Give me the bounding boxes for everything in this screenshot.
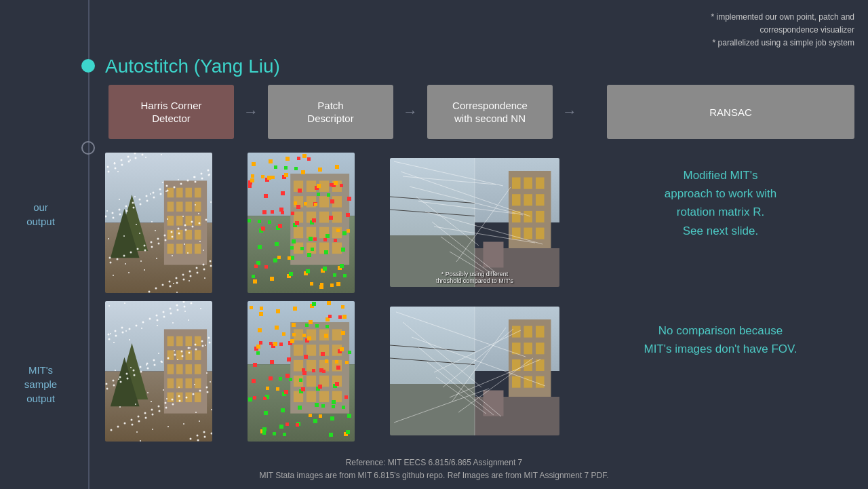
pipeline-harris-label: Harris CornerDetector — [140, 99, 201, 125]
slide-title: Autostitch (Yang Liu) — [105, 56, 280, 77]
pipeline-corr-label: Correspondencewith second NN — [452, 99, 528, 125]
footer-line1: Reference: MIT EECS 6.815/6.865 Assignme… — [0, 456, 868, 469]
our-output-description: Modified MIT'sapproach to work withrotat… — [573, 153, 868, 240]
mit-harris-image — [105, 301, 212, 442]
pipeline-arrow-3: → — [553, 103, 587, 121]
pipeline-row: Harris CornerDetector → PatchDescriptor … — [108, 85, 854, 139]
mit-output-description: No comparison becauseMIT's images don't … — [573, 301, 868, 358]
our-corr-image: * Possibly using differentthreshold comp… — [390, 158, 559, 287]
pipeline-box-ransac: RANSAC — [607, 85, 854, 139]
timeline-dot-teal — [81, 59, 95, 73]
mit-output-desc-text: No comparison becauseMIT's images don't … — [644, 324, 797, 355]
our-output-label: ouroutput — [0, 200, 81, 229]
pipeline-box-harris: Harris CornerDetector — [108, 85, 234, 139]
pipeline-arrow-1: → — [234, 103, 268, 121]
our-harris-image — [105, 153, 212, 293]
pipeline-arrow-2: → — [393, 103, 427, 121]
footer: Reference: MIT EECS 6.815/6.865 Assignme… — [0, 456, 868, 482]
pipeline-patch-label: PatchDescriptor — [307, 99, 353, 125]
mit-output-label: MIT'ssampleoutput — [0, 363, 81, 406]
our-output-text: ouroutput — [26, 201, 55, 227]
top-notes: * implemented our own point, patch and c… — [711, 11, 854, 50]
corr-note: * Possibly using differentthreshold comp… — [436, 271, 513, 284]
pipeline-ransac-label: RANSAC — [709, 106, 752, 118]
mit-patch-image — [248, 301, 355, 442]
top-note-line1: * implemented our own point, patch and — [711, 11, 854, 24]
mit-output-text: MIT'ssampleoutput — [24, 364, 57, 404]
footer-line2: MIT Stata images are from MIT 6.815's gi… — [0, 469, 868, 482]
our-patch-image — [248, 153, 355, 293]
pipeline-box-corr: Correspondencewith second NN — [427, 85, 553, 139]
mit-corr-image — [390, 307, 559, 435]
top-note-line2: correspondence visualizer — [711, 24, 854, 37]
top-note-line3: * parallelized using a simple job system — [711, 37, 854, 50]
pipeline-box-patch: PatchDescriptor — [268, 85, 393, 139]
our-output-desc-text: Modified MIT'sapproach to work withrotat… — [665, 169, 776, 237]
